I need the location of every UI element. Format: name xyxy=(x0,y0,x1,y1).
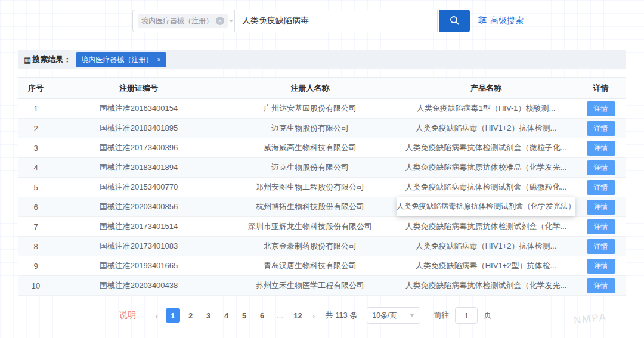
search-input[interactable] xyxy=(235,10,438,32)
cell-product: 人类免疫缺陷病毒（HIV1+2）抗体检测... xyxy=(397,237,575,256)
cell-index: 9 xyxy=(18,256,54,276)
cell-detail: 详情 xyxy=(575,217,626,237)
cell-index: 10 xyxy=(18,276,54,296)
search-button[interactable] xyxy=(439,10,470,32)
cell-registrant: 深圳市亚辉龙生物科技股份有限公司 xyxy=(224,217,397,237)
detail-button[interactable]: 详情 xyxy=(587,200,615,215)
header-detail: 详情 xyxy=(575,78,626,99)
pagination: 说明 ‹ 123456…12 › 共 113 条 10条/页 ▼ 前往 页 xyxy=(18,305,626,325)
prev-page-icon[interactable]: ‹ xyxy=(153,311,162,321)
product-name-tooltip: 人类免疫缺陷病毒抗原抗体检测试剂盒（化学发光法） xyxy=(397,197,575,216)
header-registrant: 注册人名称 xyxy=(224,78,397,99)
cell-product: 人类免疫缺陷病毒（HIV1+2型）抗体检... xyxy=(397,256,575,276)
cell-index: 8 xyxy=(18,237,54,256)
page-button[interactable]: 5 xyxy=(237,308,252,323)
cell-registrant: 威海威高生物科技有限公司 xyxy=(224,138,397,158)
close-icon[interactable]: × xyxy=(157,56,160,63)
detail-button[interactable]: 详情 xyxy=(587,101,615,116)
detail-button[interactable]: 详情 xyxy=(587,239,615,254)
cell-reg-number: 国械注准20203400856 xyxy=(54,197,224,217)
page-button[interactable]: 2 xyxy=(184,308,198,323)
cell-detail: 详情 xyxy=(575,237,626,256)
cell-index: 7 xyxy=(18,217,54,237)
detail-button[interactable]: 详情 xyxy=(587,259,615,274)
cell-detail: 详情 xyxy=(575,158,626,178)
cell-reg-number: 国械注准20153400770 xyxy=(54,178,224,197)
table-row: 5 国械注准20153400770 郑州安图生物工程股份有限公司 人类免疫缺陷病… xyxy=(18,178,626,197)
table-row: 2 国械注准20183401895 迈克生物股份有限公司 人类免疫缺陷病毒（HI… xyxy=(18,119,626,138)
table-row: 9 国械注准20193401665 青岛汉唐生物科技有限公司 人类免疫缺陷病毒（… xyxy=(18,256,626,276)
filter-icon xyxy=(478,16,487,26)
cell-index: 5 xyxy=(18,178,54,197)
table-row: 4 国械注准20183401894 迈克生物股份有限公司 人类免疫缺陷病毒抗原抗… xyxy=(18,158,626,178)
detail-button[interactable]: 详情 xyxy=(587,180,615,195)
cell-product: 人类免疫缺陷病毒抗原抗体检测试剂盒（化学... xyxy=(397,217,575,237)
note-text: 说明 xyxy=(119,310,136,321)
table-row: 3 国械注准20173400396 威海威高生物科技有限公司 人类免疫缺陷病毒抗… xyxy=(18,138,626,158)
cell-product: 人类免疫缺陷病毒（HIV1+2）抗体检测... xyxy=(397,119,575,138)
cell-reg-number: 国械注准20173400396 xyxy=(54,138,224,158)
page-button[interactable]: 3 xyxy=(202,308,216,323)
cell-reg-number: 国械注准20183401894 xyxy=(54,158,224,178)
cell-reg-number: 国械注准20173401514 xyxy=(54,217,224,237)
cell-reg-number: 国械注准20203400438 xyxy=(54,276,224,296)
goto-page-input[interactable] xyxy=(455,307,478,324)
results-filter-tag-label: 境内医疗器械（注册） xyxy=(81,55,153,65)
goto-suffix: 页 xyxy=(484,310,491,321)
detail-button[interactable]: 详情 xyxy=(587,141,615,156)
detail-button[interactable]: 详情 xyxy=(587,278,615,293)
grid-icon: ▦ xyxy=(24,55,31,64)
results-label-text: 搜索结果： xyxy=(32,54,71,65)
page-button[interactable]: 4 xyxy=(219,308,234,323)
cell-product: 人类免疫缺陷病毒抗体检测试剂盒（微粒子化... xyxy=(397,138,575,158)
cell-index: 1 xyxy=(18,99,54,119)
cell-registrant: 苏州立禾生物医学工程有限公司 xyxy=(224,276,397,296)
chevron-down-icon: ▼ xyxy=(228,18,234,24)
category-tag: 境内医疗器械（注册） × xyxy=(138,14,228,28)
detail-button[interactable]: 详情 xyxy=(587,160,615,175)
page-button[interactable]: 12 xyxy=(291,308,305,323)
table-row: 8 国械注准20173401083 北京金豪制药股份有限公司 人类免疫缺陷病毒（… xyxy=(18,237,626,256)
cell-registrant: 青岛汉唐生物科技有限公司 xyxy=(224,256,397,276)
page-button[interactable]: 1 xyxy=(166,308,180,323)
cell-registrant: 杭州博拓生物科技股份有限公司 xyxy=(224,197,397,217)
cell-reg-number: 国械注准20173401083 xyxy=(54,237,224,256)
chevron-down-icon: ▼ xyxy=(409,312,416,318)
advanced-search-link[interactable]: 高级搜索 xyxy=(478,15,524,26)
cell-detail: 详情 xyxy=(575,178,626,197)
page-size-select[interactable]: 10条/页 ▼ xyxy=(367,307,420,324)
detail-button[interactable]: 详情 xyxy=(587,219,615,234)
table-header-row: 序号 注册证编号 注册人名称 产品名称 详情 xyxy=(18,78,626,99)
cell-registrant: 迈克生物股份有限公司 xyxy=(224,158,397,178)
cell-index: 6 xyxy=(18,197,54,217)
cell-index: 3 xyxy=(18,138,54,158)
total-count: 共 113 条 xyxy=(326,310,358,321)
cell-reg-number: 国械注准20163400154 xyxy=(54,99,224,119)
table-row: 1 国械注准20163400154 广州达安基因股份有限公司 人类免疫缺陷病毒1… xyxy=(18,99,626,119)
goto-label: 前往 xyxy=(434,310,449,321)
cell-detail: 详情 xyxy=(575,197,626,217)
cell-detail: 详情 xyxy=(575,119,626,138)
table-row: 10 国械注准20203400438 苏州立禾生物医学工程有限公司 人类免疫缺陷… xyxy=(18,276,626,296)
cell-reg-number: 国械注准20183401895 xyxy=(54,119,224,138)
category-tag-label: 境内医疗器械（注册） xyxy=(141,16,213,26)
header-reg-number: 注册证编号 xyxy=(54,78,224,99)
cell-product: 人类免疫缺陷病毒抗体检测试剂盒（磁微粒化... xyxy=(397,178,575,197)
category-select[interactable]: 境内医疗器械（注册） × ▼ xyxy=(132,10,235,32)
search-icon xyxy=(449,15,460,27)
cell-detail: 详情 xyxy=(575,99,626,119)
category-tag-clear-icon[interactable]: × xyxy=(216,17,224,25)
header-index: 序号 xyxy=(18,78,54,99)
results-label: ▦ 搜索结果： xyxy=(24,54,71,65)
header-product: 产品名称 xyxy=(397,78,575,99)
cell-registrant: 广州达安基因股份有限公司 xyxy=(224,99,397,119)
page-list: 123456…12 xyxy=(164,308,307,323)
results-table: 序号 注册证编号 注册人名称 产品名称 详情 1 国械注准20163400154… xyxy=(18,77,626,296)
detail-button[interactable]: 详情 xyxy=(587,121,615,136)
cell-index: 2 xyxy=(18,119,54,138)
page-ellipsis: … xyxy=(273,308,287,323)
page-button[interactable]: 6 xyxy=(255,308,270,323)
results-filter-tag[interactable]: 境内医疗器械（注册） × xyxy=(76,52,166,67)
next-page-icon[interactable]: › xyxy=(309,311,318,321)
cell-product: 人类免疫缺陷病毒1型（HIV-1）核酸测... xyxy=(397,99,575,119)
